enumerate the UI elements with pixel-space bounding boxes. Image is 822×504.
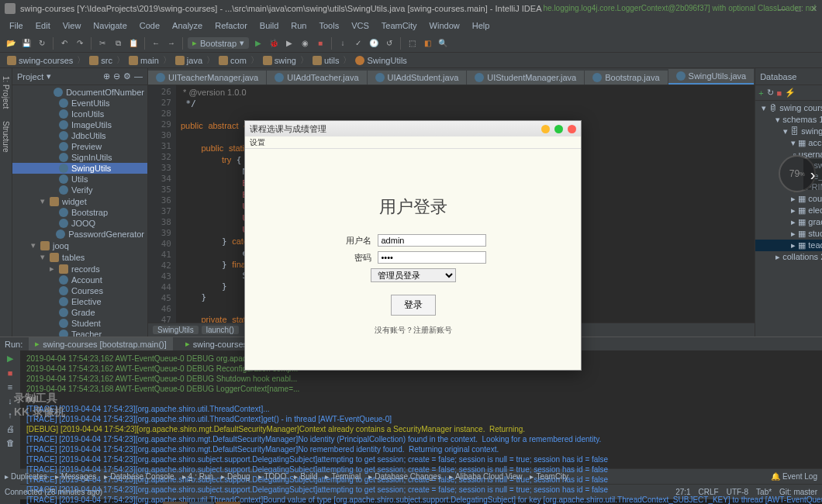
- db-item[interactable]: ▾ 🗄 swing_courses: [755, 126, 822, 137]
- menu-item[interactable]: Navigate: [88, 19, 131, 32]
- run-tab[interactable]: ▸swing-courses [bootstrap.main()]: [29, 337, 173, 350]
- password-input[interactable]: [378, 251, 486, 264]
- cut-icon[interactable]: ✂: [96, 37, 109, 50]
- run-config-select[interactable]: ▸ Bootstrap ▾: [188, 37, 249, 49]
- tree-item[interactable]: DocumentOfNumber: [12, 87, 147, 98]
- stop-icon[interactable]: ■: [314, 37, 326, 50]
- breadcrumb-item[interactable]: swing: [261, 56, 299, 65]
- structure-tool-tab[interactable]: Structure: [0, 116, 12, 157]
- run-output[interactable]: 2019-04-04 17:54:23,162 AWT-EventQueue-0…: [20, 350, 822, 504]
- breadcrumb-item[interactable]: launch(): [202, 326, 239, 334]
- menu-item[interactable]: Window: [425, 19, 465, 32]
- database-tree[interactable]: ▾ 🛢 swing courses@localhost1 of 21▾ sche…: [755, 101, 822, 337]
- status-item[interactable]: Git: master: [779, 488, 817, 496]
- tree-item[interactable]: EventUtils: [12, 98, 147, 109]
- run-icon[interactable]: ▶: [252, 37, 264, 50]
- filter-icon[interactable]: ⚡: [785, 88, 796, 98]
- paste-icon[interactable]: 📋: [127, 37, 140, 50]
- db-item[interactable]: ▸ collations 219: [755, 251, 822, 263]
- dialog-titlebar[interactable]: 课程选课与成绩管理: [245, 121, 581, 136]
- profile-icon[interactable]: ◉: [299, 37, 311, 50]
- table-item[interactable]: ▸ ▦ student: [755, 228, 822, 240]
- tree-item[interactable]: Account: [12, 274, 147, 285]
- tree-item[interactable]: ImageUtils: [12, 119, 147, 130]
- login-button[interactable]: 登录: [391, 295, 436, 316]
- structure-icon[interactable]: ⬚: [406, 37, 418, 50]
- tree-item[interactable]: Courses: [12, 285, 147, 296]
- menu-item[interactable]: Run: [286, 19, 311, 32]
- stop-icon[interactable]: ■: [777, 88, 782, 98]
- tool-button[interactable]: ▸ Alibaba Cloud View: [449, 472, 523, 481]
- tree-item[interactable]: IconUtils: [12, 109, 147, 119]
- open-icon[interactable]: 📂: [5, 37, 17, 50]
- breadcrumb-item[interactable]: SwingUtils: [153, 326, 199, 334]
- db-item[interactable]: ▾ schemas 1: [755, 114, 822, 126]
- sync-icon[interactable]: ↻: [36, 37, 48, 50]
- forward-icon[interactable]: →: [165, 37, 178, 50]
- tree-item[interactable]: JOOQ: [12, 218, 147, 229]
- debug-icon[interactable]: 🐞: [268, 37, 280, 50]
- tree-item[interactable]: Teacher: [12, 329, 147, 337]
- menu-item[interactable]: File: [5, 19, 28, 32]
- editor-tab[interactable]: UIStudentManager.java: [467, 71, 584, 85]
- expand-icon[interactable]: ⊕: [103, 71, 110, 81]
- tree-item[interactable]: SwingUtils: [12, 163, 147, 174]
- menu-item[interactable]: Refactor: [210, 19, 252, 32]
- save-icon[interactable]: 💾: [20, 37, 33, 50]
- tree-item[interactable]: ▸records: [12, 263, 147, 274]
- menu-item[interactable]: Edit: [31, 19, 55, 32]
- menu-item[interactable]: View: [58, 19, 86, 32]
- breadcrumb-item[interactable]: utils: [310, 56, 342, 65]
- table-item[interactable]: ▸ ▦ teacher: [755, 240, 822, 251]
- menu-item[interactable]: Build: [255, 19, 283, 32]
- menu-item[interactable]: TeamCity: [377, 19, 422, 32]
- tree-item[interactable]: Bootstrap: [12, 207, 147, 218]
- tree-item[interactable]: PasswordGenerator: [12, 229, 147, 240]
- role-select[interactable]: 管理员登录: [371, 268, 456, 282]
- menu-item[interactable]: Code: [135, 19, 164, 32]
- breadcrumb-item[interactable]: main: [126, 56, 161, 65]
- dialog-close-icon[interactable]: [568, 125, 576, 133]
- tool-button[interactable]: ▸ 4: Run: [182, 472, 213, 481]
- tree-item[interactable]: Elective: [12, 296, 147, 307]
- menu-item[interactable]: Tools: [314, 19, 344, 32]
- tree-item[interactable]: ▾jooq: [12, 240, 147, 251]
- tool-button[interactable]: ▸ Terminal: [325, 472, 361, 481]
- refresh-icon[interactable]: ↻: [767, 88, 774, 98]
- breadcrumb-item[interactable]: com: [216, 56, 249, 65]
- copy-icon[interactable]: ⧉: [112, 37, 124, 50]
- editor-tab[interactable]: Bootstrap.java: [585, 71, 667, 85]
- status-item[interactable]: 27:1: [675, 488, 690, 496]
- tool-button[interactable]: ▸ Database Console: [104, 472, 174, 481]
- undo-icon[interactable]: ↶: [58, 37, 71, 50]
- plugin-icon[interactable]: ◧: [421, 37, 433, 50]
- rerun-icon[interactable]: ▶: [7, 354, 13, 364]
- tree-item[interactable]: JdbcUtils: [12, 130, 147, 141]
- add-icon[interactable]: +: [758, 88, 763, 98]
- tree-item[interactable]: Student: [12, 318, 147, 329]
- search-icon[interactable]: 🔍: [437, 37, 449, 50]
- register-link[interactable]: 没有账号？注册新账号: [261, 325, 565, 336]
- vcs-history-icon[interactable]: 🕐: [368, 37, 380, 50]
- breadcrumb-item[interactable]: swing-courses: [5, 56, 75, 65]
- pin-icon[interactable]: ↓: [8, 396, 12, 406]
- back-icon[interactable]: ←: [150, 37, 162, 50]
- username-input[interactable]: [378, 234, 486, 247]
- next-arrow-icon[interactable]: ›: [803, 159, 822, 190]
- vcs-update-icon[interactable]: ↓: [337, 37, 349, 50]
- datasource-item[interactable]: ▾ 🛢 swing courses@localhost1 of 21: [755, 102, 822, 114]
- tool-button[interactable]: ▸ Duplicates: [5, 472, 47, 481]
- status-item[interactable]: CRLF: [699, 488, 719, 496]
- tree-item[interactable]: Grade: [12, 307, 147, 318]
- dialog-menu[interactable]: 设置: [245, 136, 581, 149]
- tool-button[interactable]: ▸ Messages: [55, 472, 97, 481]
- breadcrumb-item[interactable]: java: [173, 56, 205, 65]
- tree-item[interactable]: Verify: [12, 185, 147, 195]
- vcs-commit-icon[interactable]: ✓: [352, 37, 364, 50]
- up-icon[interactable]: ↑: [8, 410, 12, 419]
- editor-tab[interactable]: UIAddStudent.java: [368, 71, 467, 85]
- tool-button[interactable]: ▸ Debug: [221, 472, 250, 481]
- project-tree[interactable]: DocumentOfNumberEventUtilsIconUtilsImage…: [12, 85, 147, 337]
- coverage-icon[interactable]: ▶: [283, 37, 295, 50]
- tree-item[interactable]: Preview: [12, 141, 147, 152]
